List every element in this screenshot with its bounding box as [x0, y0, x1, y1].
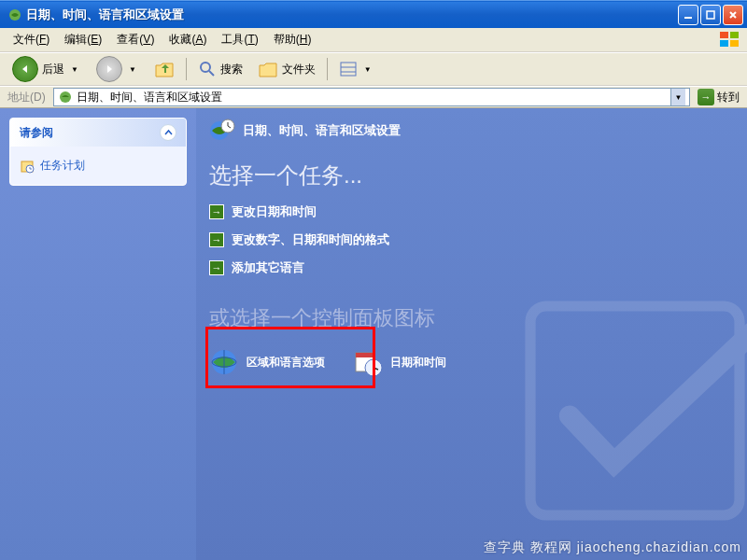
cpl-label: 日期和时间 [390, 355, 446, 371]
menu-help[interactable]: 帮助(H) [266, 29, 319, 50]
see-also-title: 请参阅 [20, 125, 53, 141]
svg-rect-4 [730, 32, 739, 38]
collapse-icon[interactable] [160, 124, 176, 141]
views-button[interactable]: ▼ [332, 57, 381, 81]
pick-task-heading: 选择一个任务... [209, 161, 734, 190]
cpl-regional-language[interactable]: 区域和语言选项 [209, 347, 325, 377]
back-label: 后退 [42, 62, 64, 77]
address-dropdown[interactable]: ▼ [670, 89, 685, 105]
svg-rect-6 [730, 40, 739, 47]
task-change-format[interactable]: → 更改数字、日期和时间的格式 [209, 231, 734, 248]
back-dropdown[interactable]: ▼ [68, 65, 81, 74]
task-label: 添加其它语言 [232, 259, 304, 276]
svg-point-7 [201, 63, 210, 72]
sidebar: 请参阅 任务计划 [0, 108, 196, 560]
views-icon [339, 61, 358, 77]
back-button[interactable]: 后退 ▼ [6, 52, 88, 86]
globe-icon [209, 347, 239, 377]
sidebar-link-label: 任务计划 [40, 158, 85, 174]
toolbar: 后退 ▼ ▼ 搜索 文件夹 ▼ [0, 52, 747, 86]
svg-rect-3 [720, 32, 728, 38]
addressbar: 地址(D) 日期、时间、语言和区域设置 ▼ → 转到 [0, 86, 747, 108]
go-button[interactable]: → 转到 [694, 89, 743, 105]
window-controls [678, 5, 743, 25]
titlebar: 日期、时间、语言和区域设置 [0, 0, 747, 28]
search-label: 搜索 [220, 62, 243, 77]
go-icon: → [698, 89, 714, 105]
see-also-body: 任务计划 [10, 147, 186, 185]
maximize-button[interactable] [700, 5, 721, 25]
svg-rect-5 [720, 40, 728, 47]
menu-favorites[interactable]: 收藏(A) [162, 29, 214, 50]
toolbar-separator [186, 58, 187, 80]
cpl-label: 区域和语言选项 [247, 355, 325, 371]
svg-rect-1 [684, 17, 692, 19]
task-add-language[interactable]: → 添加其它语言 [209, 259, 734, 276]
minimize-button[interactable] [678, 5, 698, 25]
task-label: 更改数字、日期和时间的格式 [232, 231, 389, 248]
address-value: 日期、时间、语言和区域设置 [77, 90, 667, 105]
address-field[interactable]: 日期、时间、语言和区域设置 ▼ [53, 88, 690, 106]
close-button[interactable] [723, 5, 743, 25]
scheduled-tasks-icon [20, 159, 35, 174]
category-header: 日期、时间、语言和区域设置 [209, 118, 734, 144]
address-label: 地址(D) [4, 90, 49, 105]
forward-icon [96, 56, 122, 82]
up-button[interactable] [148, 56, 181, 82]
views-dropdown[interactable]: ▼ [361, 65, 374, 74]
category-title: 日期、时间、语言和区域设置 [243, 122, 401, 139]
content-area: 请参阅 任务计划 日期、时间、语言和区 [0, 108, 747, 560]
svg-rect-21 [356, 353, 374, 357]
forward-dropdown[interactable]: ▼ [126, 65, 139, 74]
arrow-icon: → [209, 204, 224, 219]
folders-button[interactable]: 文件夹 [251, 56, 322, 82]
folder-up-icon [154, 60, 175, 78]
cpl-date-time[interactable]: 日期和时间 [353, 347, 446, 377]
folders-label: 文件夹 [282, 62, 316, 77]
arrow-icon: → [209, 232, 224, 247]
menu-edit[interactable]: 编辑(E) [57, 29, 109, 50]
calendar-clock-icon [353, 347, 383, 377]
search-icon [198, 60, 217, 78]
see-also-panel: 请参阅 任务计划 [9, 118, 187, 186]
main-panel: 日期、时间、语言和区域设置 选择一个任务... → 更改日期和时间 → 更改数字… [196, 108, 747, 560]
windows-flag-icon [715, 30, 743, 49]
menu-file[interactable]: 文件(F) [6, 29, 57, 50]
see-also-header[interactable]: 请参阅 [10, 119, 186, 147]
address-icon [58, 90, 73, 105]
menubar: 文件(F) 编辑(E) 查看(V) 收藏(A) 工具(T) 帮助(H) [0, 28, 747, 52]
app-icon [7, 7, 22, 22]
back-icon [12, 56, 38, 82]
sidebar-link-scheduled-tasks[interactable]: 任务计划 [20, 156, 176, 175]
menu-tools[interactable]: 工具(T) [214, 29, 265, 50]
forward-button[interactable]: ▼ [90, 52, 146, 86]
task-change-date-time[interactable]: → 更改日期和时间 [209, 203, 734, 220]
watermark-checkmark-icon [504, 280, 747, 541]
svg-rect-2 [707, 11, 714, 19]
globe-clock-icon [209, 118, 235, 144]
folders-icon [258, 60, 278, 78]
toolbar-separator [327, 58, 328, 80]
go-label: 转到 [717, 90, 740, 105]
arrow-icon: → [209, 260, 224, 275]
task-label: 更改日期和时间 [232, 203, 317, 220]
watermark-text: 查字典 教程网 jiaocheng.chazidian.com [484, 539, 741, 556]
search-button[interactable]: 搜索 [191, 56, 249, 82]
svg-rect-8 [341, 63, 356, 76]
window-title: 日期、时间、语言和区域设置 [26, 7, 678, 23]
menu-view[interactable]: 查看(V) [109, 29, 162, 50]
